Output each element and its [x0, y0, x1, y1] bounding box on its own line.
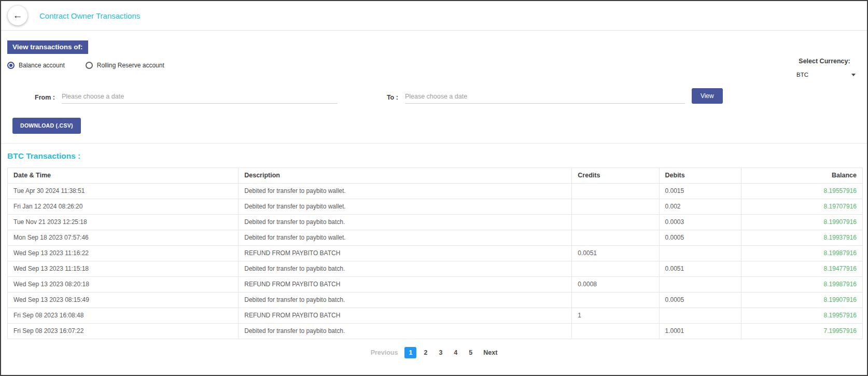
cell-debits: 0.0005 [659, 293, 741, 308]
download-csv-button[interactable]: DOWNLOAD (.CSV) [12, 118, 81, 134]
currency-block: Select Currency: BTC [791, 58, 858, 79]
column-header-description: Description [239, 168, 572, 184]
radio-rolling-reserve-account[interactable]: Rolling Reserve account [86, 62, 164, 69]
cell-balance: 8.19707916 [741, 199, 862, 215]
to-date-input[interactable] [405, 91, 685, 104]
pagination-page-1[interactable]: 1 [404, 347, 416, 358]
account-type-radio-group: Balance account Rolling Reserve account [7, 62, 861, 69]
pagination-next[interactable]: Next [478, 347, 502, 358]
cell-date-time: Wed Sep 13 2023 11:16:22 [8, 246, 239, 261]
cell-credits [572, 293, 659, 308]
cell-credits [572, 261, 659, 277]
pagination: Previous 12345 Next [1, 347, 867, 358]
radio-balance-account-label: Balance account [19, 62, 65, 69]
table-row: Wed Sep 13 2023 11:16:22REFUND FROM PAYB… [8, 246, 863, 261]
from-date-group: From : [35, 91, 338, 104]
cell-description: Debited for transfer to paybito batch. [239, 215, 572, 230]
cell-balance: 8.19907916 [741, 215, 862, 230]
pagination-page-2[interactable]: 2 [419, 347, 431, 358]
pagination-page-5[interactable]: 5 [465, 347, 477, 358]
select-currency-label: Select Currency: [791, 58, 858, 65]
cell-balance: 8.19987916 [741, 277, 862, 293]
cell-credits: 0.0008 [572, 277, 659, 293]
contract-owner-transactions-page: ← Contract Owner Transactions View trans… [0, 0, 868, 376]
currency-selected-value: BTC [796, 72, 808, 78]
cell-date-time: Tue Nov 21 2023 12:25:18 [8, 215, 239, 230]
cell-credits [572, 215, 659, 230]
to-date-group: To : [387, 91, 685, 104]
btc-transactions-heading: BTC Transactions : [7, 151, 867, 161]
cell-date-time: Fri Sep 08 2023 16:07:22 [8, 324, 239, 339]
table-row: Wed Sep 13 2023 08:15:49Debited for tran… [8, 293, 863, 308]
cell-balance: 8.19907916 [741, 293, 862, 308]
currency-dropdown[interactable]: BTC [791, 71, 858, 79]
cell-credits [572, 324, 659, 339]
cell-credits: 1 [572, 308, 659, 324]
section-divider [1, 143, 867, 144]
table-row: Fri Jan 12 2024 08:26:20Debited for tran… [8, 199, 863, 215]
cell-debits: 0.0003 [659, 215, 741, 230]
cell-description: Debited for transfer to paybito wallet. [239, 199, 572, 215]
cell-debits: 0.0015 [659, 184, 741, 199]
cell-balance: 8.19957916 [741, 308, 862, 324]
table-row: Wed Sep 13 2023 11:15:18Debited for tran… [8, 261, 863, 277]
cell-date-time: Fri Sep 08 2023 16:08:48 [8, 308, 239, 324]
back-arrow-icon: ← [13, 10, 23, 21]
cell-credits [572, 184, 659, 199]
table-row: Fri Sep 08 2023 16:07:22Debited for tran… [8, 324, 863, 339]
radio-balance-account[interactable]: Balance account [7, 62, 65, 69]
cell-debits [659, 308, 741, 324]
transactions-table-head: Date & Time Description Credits Debits B… [8, 168, 863, 184]
cell-balance: 8.19987916 [741, 246, 862, 261]
table-row: Tue Nov 21 2023 12:25:18Debited for tran… [8, 215, 863, 230]
cell-date-time: Fri Jan 12 2024 08:26:20 [8, 199, 239, 215]
table-header-row: Date & Time Description Credits Debits B… [8, 168, 863, 184]
cell-date-time: Wed Sep 13 2023 08:15:49 [8, 293, 239, 308]
page-header: ← Contract Owner Transactions [1, 1, 867, 31]
cell-description: Debited for transfer to paybito batch. [239, 261, 572, 277]
pagination-page-3[interactable]: 3 [435, 347, 446, 358]
to-label: To : [387, 94, 398, 104]
pagination-page-4[interactable]: 4 [450, 347, 461, 358]
table-row: Mon Sep 18 2023 07:57:46Debited for tran… [8, 230, 863, 246]
cell-balance: 7.19957916 [741, 324, 862, 339]
cell-description: Debited for transfer to paybito wallet. [239, 230, 572, 246]
cell-date-time: Mon Sep 18 2023 07:57:46 [8, 230, 239, 246]
cell-description: REFUND FROM PAYBITO BATCH [239, 277, 572, 293]
cell-debits: 0.0051 [659, 261, 741, 277]
cell-debits: 0.002 [659, 199, 741, 215]
cell-debits [659, 246, 741, 261]
column-header-debits: Debits [659, 168, 741, 184]
view-button[interactable]: View [692, 88, 723, 104]
cell-debits [659, 277, 741, 293]
cell-date-time: Wed Sep 13 2023 11:15:18 [8, 261, 239, 277]
cell-debits: 1.0001 [659, 324, 741, 339]
cell-balance: 8.19477916 [741, 261, 862, 277]
cell-date-time: Wed Sep 13 2023 08:20:18 [8, 277, 239, 293]
cell-credits [572, 199, 659, 215]
view-transactions-of-label: View transactions of: [7, 40, 88, 54]
column-header-date-time: Date & Time [8, 168, 239, 184]
chevron-down-icon [851, 74, 856, 76]
cell-date-time: Tue Apr 30 2024 11:38:51 [8, 184, 239, 199]
date-filter-row: From : To : View [7, 88, 861, 104]
cell-credits [572, 230, 659, 246]
cell-description: REFUND FROM PAYBITO BATCH [239, 246, 572, 261]
from-date-input[interactable] [62, 91, 338, 104]
transactions-table-body: Tue Apr 30 2024 11:38:51Debited for tran… [8, 184, 863, 339]
page-title: Contract Owner Transactions [39, 11, 140, 20]
pagination-previous[interactable]: Previous [366, 347, 403, 358]
radio-selected-icon [7, 62, 15, 69]
pagination-pages: 12345 [403, 347, 478, 358]
radio-rolling-reserve-label: Rolling Reserve account [97, 62, 164, 69]
table-row: Wed Sep 13 2023 08:20:18REFUND FROM PAYB… [8, 277, 863, 293]
from-label: From : [35, 94, 55, 104]
transactions-table: Date & Time Description Credits Debits B… [7, 168, 863, 339]
cell-description: Debited for transfer to paybito batch. [239, 324, 572, 339]
back-button[interactable]: ← [8, 6, 27, 25]
cell-debits: 0.0005 [659, 230, 741, 246]
table-row: Tue Apr 30 2024 11:38:51Debited for tran… [8, 184, 863, 199]
radio-unselected-icon [86, 62, 93, 69]
column-header-credits: Credits [572, 168, 659, 184]
cell-description: Debited for transfer to paybito batch. [239, 293, 572, 308]
